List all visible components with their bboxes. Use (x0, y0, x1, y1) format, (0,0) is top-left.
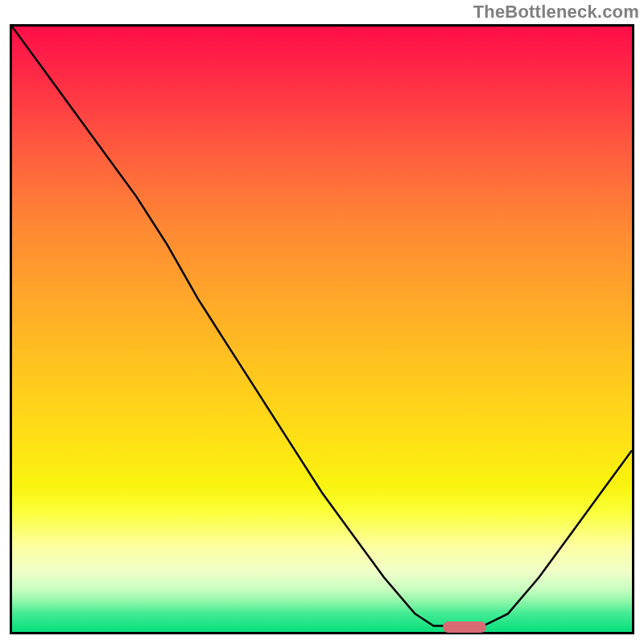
bottleneck-curve (12, 27, 632, 632)
plot-area (12, 27, 632, 632)
plot-frame (10, 24, 634, 634)
optimal-marker (443, 621, 486, 633)
chart-container: TheBottleneck.com (0, 0, 644, 644)
watermark-text: TheBottleneck.com (473, 2, 639, 23)
